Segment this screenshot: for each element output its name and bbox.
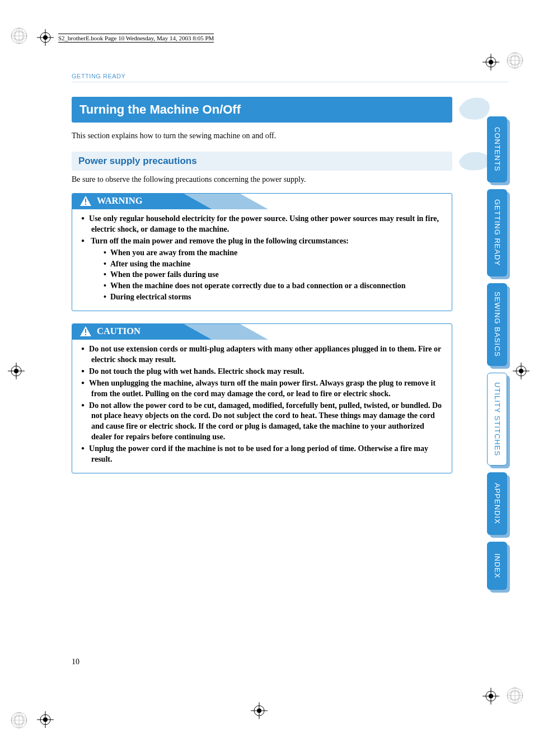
warning-item: Turn off the main power and remove the p… bbox=[81, 236, 443, 303]
section-tab[interactable]: UTILITY STITCHES bbox=[487, 373, 507, 466]
caution-box: CAUTION Do not use extension cords or mu… bbox=[72, 323, 452, 473]
svg-rect-45 bbox=[85, 204, 86, 205]
section-tab[interactable]: SEWING BASICS bbox=[487, 283, 507, 366]
crosshair-mark-icon bbox=[483, 688, 499, 705]
running-header: S2_brotherE.book Page 10 Wednesday, May … bbox=[58, 34, 214, 43]
tab-label: APPENDIX bbox=[493, 475, 502, 532]
warning-subitem: When the power fails during use bbox=[104, 270, 443, 280]
warning-item-text: Turn off the main power and remove the p… bbox=[91, 237, 349, 245]
registration-globe-tl-icon bbox=[10, 27, 28, 45]
crosshair-mark-icon bbox=[251, 702, 268, 719]
caution-label: CAUTION bbox=[97, 326, 140, 337]
warning-body: Use only regular household electricity f… bbox=[72, 209, 452, 311]
caution-item: Unplug the power cord if the machine is … bbox=[81, 444, 443, 465]
warning-subitem: After using the machine bbox=[104, 259, 443, 270]
svg-rect-44 bbox=[85, 199, 86, 203]
tab-label: SEWING BASICS bbox=[493, 284, 502, 365]
warning-subitem: When you are away from the machine bbox=[104, 248, 443, 259]
warning-subitem: When the machine does not operate correc… bbox=[104, 281, 443, 292]
tab-label: UTILITY STITCHES bbox=[493, 374, 502, 464]
intro-text: This section explains how to turn the se… bbox=[72, 132, 452, 140]
crosshair-mark-icon bbox=[37, 711, 54, 728]
warning-item: Use only regular household electricity f… bbox=[81, 214, 443, 235]
section-tabs: CONTENTS GETTING READY SEWING BASICS UTI… bbox=[487, 116, 507, 597]
svg-rect-47 bbox=[85, 334, 86, 335]
crosshair-mark-icon bbox=[37, 29, 54, 46]
section-breadcrumb: GETTING READY bbox=[72, 73, 452, 79]
section-tab[interactable]: CONTENTS bbox=[487, 116, 507, 182]
divider bbox=[72, 82, 508, 82]
tab-label: INDEX bbox=[493, 546, 502, 586]
caution-item: When unplugging the machine, always turn… bbox=[81, 378, 443, 400]
section-tab[interactable]: GETTING READY bbox=[487, 189, 507, 276]
warning-label: WARNING bbox=[97, 195, 143, 206]
svg-rect-46 bbox=[85, 329, 86, 333]
caution-item: Do not allow the power cord to be cut, d… bbox=[81, 401, 443, 443]
tab-label: GETTING READY bbox=[493, 191, 502, 274]
page-title: Turning the Machine On/Off bbox=[72, 97, 452, 123]
warning-box: WARNING Use only regular household elect… bbox=[72, 193, 452, 311]
crosshair-mark-icon bbox=[483, 54, 499, 71]
caution-body: Do not use extension cords or multi-plug… bbox=[72, 340, 452, 473]
tab-label: CONTENTS bbox=[493, 119, 502, 180]
crosshair-mark-icon bbox=[8, 363, 25, 379]
page-number: 10 bbox=[72, 658, 79, 666]
subheading: Power supply precautions bbox=[72, 152, 452, 171]
page-content: GETTING READY Turning the Machine On/Off… bbox=[72, 73, 452, 486]
section-tab[interactable]: APPENDIX bbox=[487, 472, 507, 535]
registration-globe-tr-icon bbox=[506, 51, 524, 69]
section-tab[interactable]: INDEX bbox=[487, 542, 507, 590]
crosshair-mark-icon bbox=[513, 363, 530, 379]
warning-subitem: During electrical storms bbox=[104, 292, 443, 303]
sub-intro-text: Be sure to observe the following precaut… bbox=[72, 175, 452, 184]
caution-item: Do not use extension cords or multi-plug… bbox=[81, 344, 443, 365]
caution-item: Do not touch the plug with wet hands. El… bbox=[81, 367, 443, 377]
registration-globe-bl-icon bbox=[10, 711, 28, 729]
registration-globe-br-icon bbox=[506, 687, 524, 705]
